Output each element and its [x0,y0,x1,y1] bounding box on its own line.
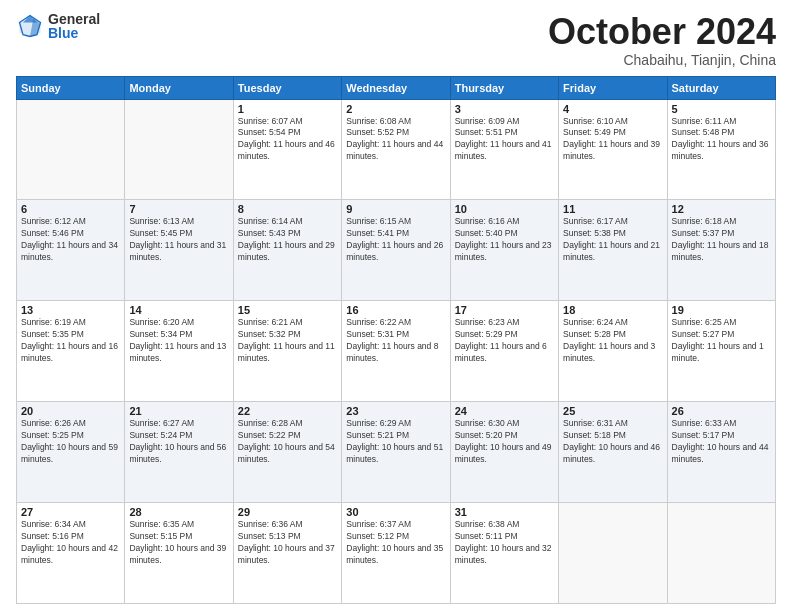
day-info: Sunrise: 6:33 AM Sunset: 5:17 PM Dayligh… [672,418,771,466]
day-info: Sunrise: 6:18 AM Sunset: 5:37 PM Dayligh… [672,216,771,264]
day-number: 18 [563,304,662,316]
calendar-cell: 13Sunrise: 6:19 AM Sunset: 5:35 PM Dayli… [17,301,125,402]
weekday-header-tuesday: Tuesday [233,76,341,99]
day-info: Sunrise: 6:07 AM Sunset: 5:54 PM Dayligh… [238,116,337,164]
weekday-header-friday: Friday [559,76,667,99]
weekday-header-saturday: Saturday [667,76,775,99]
day-number: 10 [455,203,554,215]
week-row-1: 1Sunrise: 6:07 AM Sunset: 5:54 PM Daylig… [17,99,776,200]
calendar-cell: 10Sunrise: 6:16 AM Sunset: 5:40 PM Dayli… [450,200,558,301]
day-info: Sunrise: 6:38 AM Sunset: 5:11 PM Dayligh… [455,519,554,567]
calendar-cell [125,99,233,200]
day-info: Sunrise: 6:30 AM Sunset: 5:20 PM Dayligh… [455,418,554,466]
calendar: SundayMondayTuesdayWednesdayThursdayFrid… [16,76,776,604]
day-number: 26 [672,405,771,417]
day-info: Sunrise: 6:27 AM Sunset: 5:24 PM Dayligh… [129,418,228,466]
logo: General Blue [16,12,100,40]
day-info: Sunrise: 6:11 AM Sunset: 5:48 PM Dayligh… [672,116,771,164]
day-number: 9 [346,203,445,215]
header: General Blue October 2024 Chabaihu, Tian… [16,12,776,68]
weekday-header-monday: Monday [125,76,233,99]
day-number: 1 [238,103,337,115]
calendar-cell: 20Sunrise: 6:26 AM Sunset: 5:25 PM Dayli… [17,402,125,503]
calendar-cell [667,503,775,604]
calendar-cell: 5Sunrise: 6:11 AM Sunset: 5:48 PM Daylig… [667,99,775,200]
day-info: Sunrise: 6:24 AM Sunset: 5:28 PM Dayligh… [563,317,662,365]
weekday-header-thursday: Thursday [450,76,558,99]
day-number: 28 [129,506,228,518]
day-info: Sunrise: 6:22 AM Sunset: 5:31 PM Dayligh… [346,317,445,365]
logo-general-text: General [48,12,100,26]
day-info: Sunrise: 6:17 AM Sunset: 5:38 PM Dayligh… [563,216,662,264]
day-number: 29 [238,506,337,518]
calendar-cell: 15Sunrise: 6:21 AM Sunset: 5:32 PM Dayli… [233,301,341,402]
day-info: Sunrise: 6:29 AM Sunset: 5:21 PM Dayligh… [346,418,445,466]
day-number: 27 [21,506,120,518]
weekday-header-sunday: Sunday [17,76,125,99]
day-number: 14 [129,304,228,316]
calendar-cell: 11Sunrise: 6:17 AM Sunset: 5:38 PM Dayli… [559,200,667,301]
location: Chabaihu, Tianjin, China [548,52,776,68]
calendar-cell: 7Sunrise: 6:13 AM Sunset: 5:45 PM Daylig… [125,200,233,301]
day-info: Sunrise: 6:14 AM Sunset: 5:43 PM Dayligh… [238,216,337,264]
day-info: Sunrise: 6:34 AM Sunset: 5:16 PM Dayligh… [21,519,120,567]
calendar-cell: 29Sunrise: 6:36 AM Sunset: 5:13 PM Dayli… [233,503,341,604]
calendar-cell: 30Sunrise: 6:37 AM Sunset: 5:12 PM Dayli… [342,503,450,604]
month-title: October 2024 [548,12,776,52]
day-number: 30 [346,506,445,518]
calendar-cell: 8Sunrise: 6:14 AM Sunset: 5:43 PM Daylig… [233,200,341,301]
day-info: Sunrise: 6:36 AM Sunset: 5:13 PM Dayligh… [238,519,337,567]
calendar-cell: 9Sunrise: 6:15 AM Sunset: 5:41 PM Daylig… [342,200,450,301]
calendar-cell: 18Sunrise: 6:24 AM Sunset: 5:28 PM Dayli… [559,301,667,402]
day-info: Sunrise: 6:31 AM Sunset: 5:18 PM Dayligh… [563,418,662,466]
calendar-cell: 25Sunrise: 6:31 AM Sunset: 5:18 PM Dayli… [559,402,667,503]
day-info: Sunrise: 6:10 AM Sunset: 5:49 PM Dayligh… [563,116,662,164]
day-info: Sunrise: 6:16 AM Sunset: 5:40 PM Dayligh… [455,216,554,264]
day-info: Sunrise: 6:23 AM Sunset: 5:29 PM Dayligh… [455,317,554,365]
calendar-cell [17,99,125,200]
calendar-cell: 24Sunrise: 6:30 AM Sunset: 5:20 PM Dayli… [450,402,558,503]
day-info: Sunrise: 6:25 AM Sunset: 5:27 PM Dayligh… [672,317,771,365]
day-number: 19 [672,304,771,316]
day-number: 17 [455,304,554,316]
calendar-cell: 14Sunrise: 6:20 AM Sunset: 5:34 PM Dayli… [125,301,233,402]
day-number: 4 [563,103,662,115]
calendar-cell: 23Sunrise: 6:29 AM Sunset: 5:21 PM Dayli… [342,402,450,503]
day-number: 12 [672,203,771,215]
day-number: 24 [455,405,554,417]
day-info: Sunrise: 6:26 AM Sunset: 5:25 PM Dayligh… [21,418,120,466]
week-row-2: 6Sunrise: 6:12 AM Sunset: 5:46 PM Daylig… [17,200,776,301]
day-info: Sunrise: 6:09 AM Sunset: 5:51 PM Dayligh… [455,116,554,164]
calendar-cell: 12Sunrise: 6:18 AM Sunset: 5:37 PM Dayli… [667,200,775,301]
day-number: 21 [129,405,228,417]
day-info: Sunrise: 6:08 AM Sunset: 5:52 PM Dayligh… [346,116,445,164]
calendar-cell [559,503,667,604]
calendar-cell: 17Sunrise: 6:23 AM Sunset: 5:29 PM Dayli… [450,301,558,402]
calendar-cell: 16Sunrise: 6:22 AM Sunset: 5:31 PM Dayli… [342,301,450,402]
day-number: 3 [455,103,554,115]
logo-text: General Blue [48,12,100,40]
calendar-cell: 2Sunrise: 6:08 AM Sunset: 5:52 PM Daylig… [342,99,450,200]
day-number: 11 [563,203,662,215]
day-number: 13 [21,304,120,316]
day-number: 8 [238,203,337,215]
calendar-cell: 6Sunrise: 6:12 AM Sunset: 5:46 PM Daylig… [17,200,125,301]
calendar-cell: 31Sunrise: 6:38 AM Sunset: 5:11 PM Dayli… [450,503,558,604]
calendar-cell: 4Sunrise: 6:10 AM Sunset: 5:49 PM Daylig… [559,99,667,200]
logo-blue-text: Blue [48,26,100,40]
calendar-cell: 21Sunrise: 6:27 AM Sunset: 5:24 PM Dayli… [125,402,233,503]
day-number: 6 [21,203,120,215]
day-number: 22 [238,405,337,417]
calendar-cell: 27Sunrise: 6:34 AM Sunset: 5:16 PM Dayli… [17,503,125,604]
week-row-3: 13Sunrise: 6:19 AM Sunset: 5:35 PM Dayli… [17,301,776,402]
day-info: Sunrise: 6:12 AM Sunset: 5:46 PM Dayligh… [21,216,120,264]
day-number: 15 [238,304,337,316]
day-number: 20 [21,405,120,417]
day-info: Sunrise: 6:19 AM Sunset: 5:35 PM Dayligh… [21,317,120,365]
calendar-cell: 22Sunrise: 6:28 AM Sunset: 5:22 PM Dayli… [233,402,341,503]
day-info: Sunrise: 6:35 AM Sunset: 5:15 PM Dayligh… [129,519,228,567]
day-number: 7 [129,203,228,215]
day-number: 16 [346,304,445,316]
day-info: Sunrise: 6:15 AM Sunset: 5:41 PM Dayligh… [346,216,445,264]
day-info: Sunrise: 6:13 AM Sunset: 5:45 PM Dayligh… [129,216,228,264]
